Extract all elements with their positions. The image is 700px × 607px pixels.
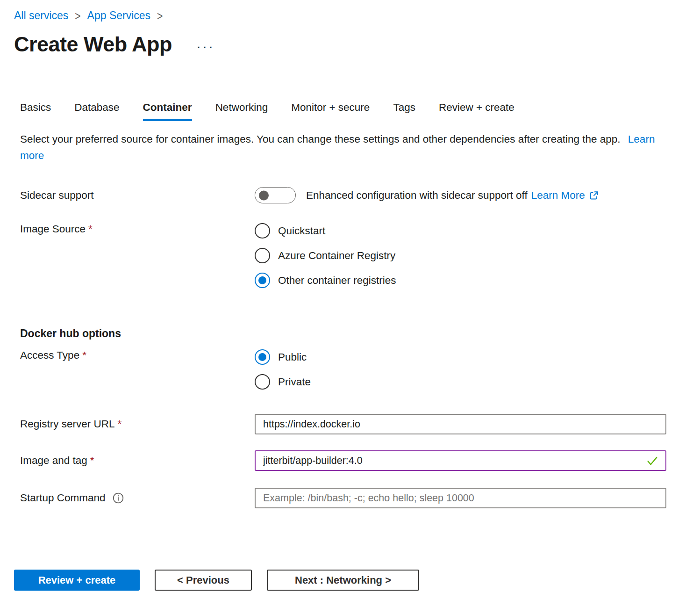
radio-label: Azure Container Registry [278, 250, 395, 262]
breadcrumb-all-services-link[interactable]: All services [14, 9, 68, 22]
required-asterisk: * [118, 418, 122, 430]
access-type-label: Access Type* [20, 349, 255, 390]
breadcrumb: All services > App Services > [14, 9, 686, 22]
breadcrumb-chevron-icon: > [75, 9, 80, 23]
required-asterisk: * [90, 455, 94, 466]
access-type-row: Access Type* Public Private [20, 349, 686, 390]
page-title: Create Web App [14, 32, 172, 57]
radio-option-quickstart[interactable]: Quickstart [255, 223, 396, 238]
next-networking-button[interactable]: Next : Networking > [267, 570, 419, 591]
breadcrumb-chevron-icon: > [157, 9, 163, 23]
valid-check-icon [646, 454, 659, 467]
radio-option-private[interactable]: Private [255, 374, 311, 390]
access-type-radio-group: Public Private [255, 349, 311, 390]
radio-icon [255, 349, 270, 365]
radio-option-other-container-registries[interactable]: Other container registries [255, 273, 396, 288]
title-row: Create Web App ··· [14, 32, 686, 57]
review-create-button[interactable]: Review + create [14, 570, 140, 591]
sidecar-support-label: Sidecar support [20, 189, 255, 202]
radio-label: Private [278, 376, 311, 388]
container-form: Sidecar support Enhanced configuration w… [20, 187, 686, 508]
radio-icon [255, 273, 270, 288]
info-icon[interactable] [112, 492, 124, 504]
required-asterisk: * [82, 349, 86, 361]
radio-label: Quickstart [278, 225, 325, 237]
tab-container[interactable]: Container [143, 101, 192, 121]
registry-url-input[interactable] [255, 414, 666, 434]
more-options-icon[interactable]: ··· [196, 36, 214, 53]
intro-description: Select your preferred source for contain… [20, 133, 621, 145]
startup-command-input[interactable] [255, 488, 666, 508]
create-web-app-page: All services > App Services > Create Web… [0, 0, 700, 607]
radio-icon [255, 374, 270, 390]
image-source-row: Image Source* Quickstart Azure Container… [20, 223, 686, 288]
tab-tags[interactable]: Tags [393, 101, 415, 121]
sidecar-support-row: Sidecar support Enhanced configuration w… [20, 187, 686, 203]
tab-monitor-secure[interactable]: Monitor + secure [291, 101, 370, 121]
radio-icon [255, 248, 270, 263]
sidecar-support-control: Enhanced configuration with sidecar supp… [255, 187, 599, 203]
external-link-icon[interactable] [589, 190, 599, 201]
registry-url-row: Registry server URL* [20, 414, 686, 434]
tab-database[interactable]: Database [74, 101, 119, 121]
radio-icon [255, 223, 270, 238]
docker-hub-options-heading: Docker hub options [20, 327, 686, 340]
sidecar-support-description: Enhanced configuration with sidecar supp… [306, 189, 528, 202]
previous-button[interactable]: < Previous [155, 570, 252, 591]
tab-networking[interactable]: Networking [215, 101, 268, 121]
intro-text: Select your preferred source for contain… [20, 131, 674, 164]
radio-label: Other container registries [278, 275, 396, 287]
wizard-footer: Review + create < Previous Next : Networ… [14, 570, 419, 591]
tab-review-create[interactable]: Review + create [439, 101, 514, 121]
radio-option-public[interactable]: Public [255, 349, 311, 365]
radio-option-azure-container-registry[interactable]: Azure Container Registry [255, 248, 396, 263]
image-source-radio-group: Quickstart Azure Container Registry Othe… [255, 223, 396, 288]
toggle-knob [259, 190, 269, 200]
tab-basics[interactable]: Basics [20, 101, 51, 121]
required-asterisk: * [88, 223, 93, 235]
radio-label: Public [278, 351, 307, 363]
image-tag-row: Image and tag* [20, 450, 686, 471]
image-source-label: Image Source* [20, 223, 255, 288]
wizard-tabs: Basics Database Container Networking Mon… [20, 101, 686, 121]
breadcrumb-app-services-link[interactable]: App Services [87, 9, 151, 22]
sidecar-support-toggle[interactable] [255, 187, 296, 203]
sidecar-learn-more-link[interactable]: Learn More [531, 189, 585, 202]
image-tag-label: Image and tag* [20, 455, 255, 467]
image-tag-input[interactable] [255, 450, 666, 471]
startup-command-label: Startup Command [20, 492, 255, 504]
startup-command-row: Startup Command [20, 488, 686, 508]
registry-url-label: Registry server URL* [20, 418, 255, 430]
